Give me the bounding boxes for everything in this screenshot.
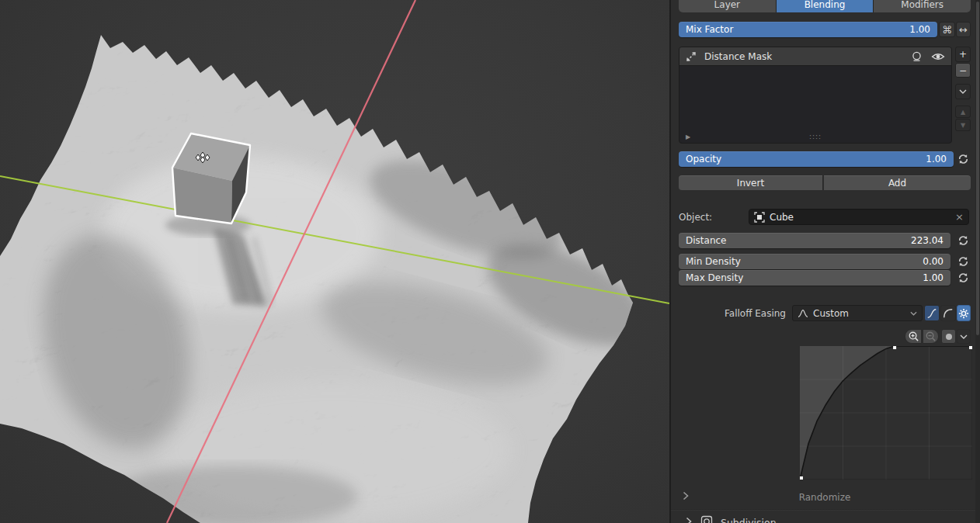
properties-panel: Layer Blending Modifiers Mix Factor 1.00… <box>669 0 980 523</box>
3d-viewport[interactable] <box>0 0 669 523</box>
close-icon[interactable]: × <box>955 211 964 223</box>
distance-value: 223.04 <box>911 235 944 246</box>
object-field[interactable]: Cube × <box>749 209 969 225</box>
add-label: Add <box>888 178 906 189</box>
distance-slider[interactable]: Distance 223.04 <box>679 233 950 248</box>
terrain-mesh[interactable] <box>0 0 669 523</box>
min-density-animate-button[interactable] <box>957 255 970 268</box>
invert-label: Invert <box>737 178 764 189</box>
layer-name: Distance Mask <box>704 51 902 62</box>
mix-factor-label: Mix Factor <box>686 24 733 35</box>
layer-specials-menu-button[interactable] <box>955 84 971 99</box>
panel-scrollbar-thumb[interactable] <box>976 2 979 335</box>
mask-layers-list[interactable]: Distance Mask ▶ :::: <box>679 47 952 144</box>
ease-out-curve-icon <box>943 308 954 319</box>
cube-object[interactable] <box>172 133 250 223</box>
mix-factor-value: 1.00 <box>909 24 930 35</box>
curve-point[interactable] <box>800 476 803 480</box>
arrows-horizontal-icon: ↔ <box>959 24 968 36</box>
invert-button[interactable]: Invert <box>679 175 823 190</box>
opacity-label: Opacity <box>686 154 721 165</box>
minus-icon: − <box>959 65 967 76</box>
extend-range-button[interactable]: ↔ <box>956 22 971 37</box>
tab-layer[interactable]: Layer <box>679 0 776 12</box>
panel-tabbar: Layer Blending Modifiers <box>679 0 971 12</box>
min-density-value: 0.00 <box>923 256 944 267</box>
viewport-scene <box>0 0 669 523</box>
refresh-icon <box>957 234 970 247</box>
object-value: Cube <box>770 212 950 223</box>
ease-in-out-button[interactable] <box>924 305 940 321</box>
distance-icon <box>686 51 697 62</box>
list-item-distance-mask[interactable]: Distance Mask <box>679 47 951 66</box>
min-density-label: Min Density <box>686 256 741 267</box>
curve-zoom-out-button[interactable] <box>923 329 939 344</box>
bell-curve-icon <box>798 309 808 318</box>
falloff-curve-widget[interactable] <box>800 346 972 480</box>
distance-label: Distance <box>686 235 726 246</box>
randomize-label: Randomize <box>799 492 851 503</box>
refresh-icon <box>957 153 970 165</box>
command-icon: ⌘ <box>942 24 952 36</box>
list-resize-grip[interactable]: :::: <box>809 133 822 140</box>
ease-out-button[interactable] <box>940 305 956 321</box>
max-density-value: 1.00 <box>923 272 944 283</box>
clipping-circle-icon <box>944 332 954 341</box>
chevron-down-icon <box>960 334 968 339</box>
falloff-easing-label: Falloff Easing <box>679 308 786 319</box>
eye-visibility-icon[interactable] <box>931 51 945 62</box>
max-density-slider[interactable]: Max Density 1.00 <box>679 270 950 286</box>
gear-icon <box>958 308 969 319</box>
falloff-selected: Custom <box>813 308 905 319</box>
opacity-slider[interactable]: Opacity 1.00 <box>679 151 954 167</box>
mesh-cube-icon <box>754 212 765 223</box>
min-density-slider[interactable]: Min Density 0.00 <box>679 254 950 269</box>
blender-window: Layer Blending Modifiers Mix Factor 1.00… <box>0 0 980 523</box>
subdivision-modifier-icon <box>700 515 713 523</box>
curve-zoom-in-button[interactable] <box>905 329 922 344</box>
max-density-animate-button[interactable] <box>957 272 970 284</box>
distance-animate-button[interactable] <box>957 234 970 247</box>
remove-layer-button[interactable]: − <box>955 63 971 78</box>
mix-factor-slider[interactable]: Mix Factor 1.00 <box>679 22 937 37</box>
refresh-icon <box>957 255 970 268</box>
opacity-animate-button[interactable] <box>957 153 970 165</box>
shortcut-button[interactable]: ⌘ <box>939 22 955 37</box>
zoom-in-icon <box>908 331 919 342</box>
plus-icon: + <box>959 49 967 60</box>
falloff-settings-button[interactable] <box>957 305 971 321</box>
tab-blending[interactable]: Blending <box>777 0 874 12</box>
falloff-easing-dropdown[interactable]: Custom <box>792 305 923 321</box>
ease-in-out-curve-icon <box>926 308 937 319</box>
move-layer-down-button[interactable]: ▼ <box>955 119 971 131</box>
curve-point[interactable] <box>969 346 972 349</box>
chevron-down-icon <box>959 89 967 94</box>
curve-clipping-button[interactable] <box>941 329 956 344</box>
refresh-icon <box>957 272 970 284</box>
max-density-label: Max Density <box>686 272 743 283</box>
arrow-down-icon: ▼ <box>961 122 965 129</box>
panel-divider <box>671 509 980 511</box>
object-label: Object: <box>679 212 712 223</box>
list-expander-icon[interactable]: ▶ <box>686 133 690 140</box>
subdivision-label[interactable]: Subdivision <box>721 517 777 523</box>
arrow-up-icon: ▲ <box>961 109 965 116</box>
subdivision-expander-chevron-icon[interactable] <box>685 517 693 523</box>
curve-tools-menu-button[interactable] <box>957 329 971 344</box>
randomize-panel-header[interactable]: Randomize <box>679 489 971 504</box>
zoom-out-icon <box>925 331 937 342</box>
mask-icon[interactable] <box>910 51 923 62</box>
curve-point[interactable] <box>893 346 896 349</box>
chevron-down-icon <box>910 311 917 316</box>
move-layer-up-button[interactable]: ▲ <box>955 106 971 118</box>
add-button[interactable]: Add <box>824 175 971 190</box>
add-layer-button[interactable]: + <box>955 47 971 62</box>
opacity-value: 1.00 <box>926 154 947 165</box>
tab-modifiers[interactable]: Modifiers <box>874 0 971 12</box>
